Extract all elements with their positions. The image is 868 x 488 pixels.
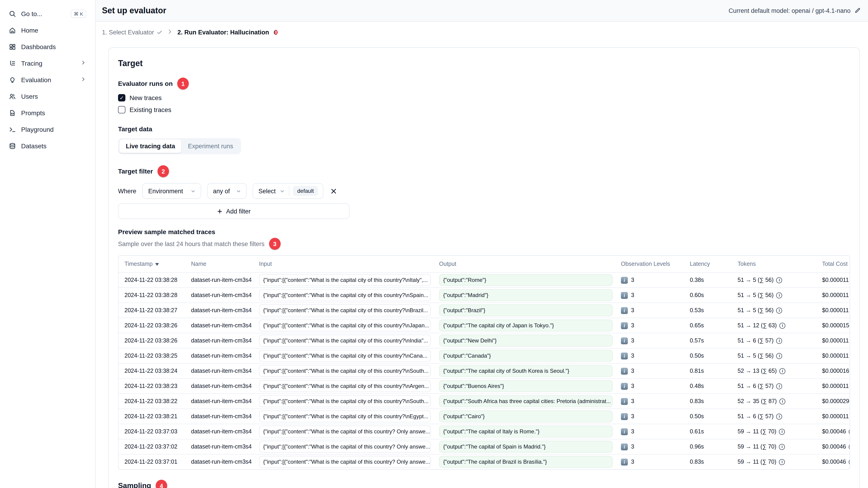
- remove-filter-button[interactable]: [329, 187, 338, 195]
- table-row[interactable]: 2024-11-22 03:38:26 dataset-run-item-cm3…: [119, 333, 850, 348]
- table-row[interactable]: 2024-11-22 03:38:21 dataset-run-item-cm3…: [119, 409, 850, 424]
- tab-experiment-runs[interactable]: Experiment runs: [182, 139, 240, 153]
- cell-output[interactable]: {"output":"South Africa has three capita…: [435, 395, 617, 407]
- breadcrumb-step-1[interactable]: 1. Select Evaluator: [102, 29, 163, 36]
- cell-input[interactable]: {"input":[{"content":"What is the capita…: [255, 426, 435, 437]
- cell-total-cost: $0.000011i: [818, 353, 850, 359]
- cell-output[interactable]: {"output":"Cairo"}: [435, 411, 617, 422]
- column-header-observation-levels[interactable]: Observation Levels: [617, 261, 686, 267]
- sidebar-item-prompts[interactable]: Prompts: [5, 105, 91, 121]
- table-row[interactable]: 2024-11-22 03:38:28 dataset-run-item-cm3…: [119, 272, 850, 287]
- info-circle-icon[interactable]: i: [776, 307, 782, 313]
- cell-input[interactable]: {"input":[{"content":"What is the capita…: [255, 335, 435, 347]
- table-row[interactable]: 2024-11-22 03:38:24 dataset-run-item-cm3…: [119, 363, 850, 378]
- table-row[interactable]: 2024-11-22 03:38:23 dataset-run-item-cm3…: [119, 378, 850, 393]
- cell-input[interactable]: {"input":[{"content":"What is the capita…: [255, 380, 435, 392]
- pencil-icon[interactable]: [854, 7, 861, 14]
- filter-operator-select[interactable]: any of: [207, 183, 247, 199]
- cell-output[interactable]: {"output":"New Delhi"}: [435, 335, 617, 347]
- table-row[interactable]: 2024-11-22 03:38:26 dataset-run-item-cm3…: [119, 318, 850, 333]
- table-row[interactable]: 2024-11-22 03:37:03 dataset-run-item-cm3…: [119, 424, 850, 439]
- info-circle-icon[interactable]: i: [780, 368, 785, 374]
- cell-input[interactable]: {"input":[{"content":"What is the capita…: [255, 441, 435, 453]
- cell-output[interactable]: {"output":"The capital city of Japan is …: [435, 320, 617, 331]
- tab-live-tracing-data[interactable]: Live tracing data: [119, 139, 182, 153]
- info-circle-icon[interactable]: i: [776, 383, 782, 389]
- table-row[interactable]: 2024-11-22 03:38:22 dataset-run-item-cm3…: [119, 393, 850, 409]
- info-circle-icon[interactable]: i: [776, 413, 782, 419]
- step-badge-4: 4: [156, 480, 167, 488]
- cell-output[interactable]: {"output":"Madrid"}: [435, 289, 617, 301]
- cell-output[interactable]: {"output":"The capital of Brazil is Bras…: [435, 456, 617, 468]
- info-circle-icon[interactable]: i: [776, 292, 782, 298]
- cell-output[interactable]: {"output":"Canada"}: [435, 350, 617, 362]
- new-traces-checkbox[interactable]: [118, 94, 125, 101]
- cell-input[interactable]: {"input":[{"content":"What is the capita…: [255, 274, 435, 286]
- sidebar-item-users[interactable]: Users: [5, 88, 91, 105]
- goto-search[interactable]: Go to... ⌘ K: [5, 5, 91, 22]
- filter-value-select[interactable]: Select default: [253, 183, 323, 199]
- info-circle-icon[interactable]: i: [849, 428, 850, 434]
- info-circle-icon[interactable]: i: [849, 444, 850, 450]
- column-header-latency[interactable]: Latency: [686, 261, 734, 267]
- filter-field-select[interactable]: Environment: [143, 183, 201, 199]
- column-header-input[interactable]: Input: [255, 261, 435, 267]
- cell-output[interactable]: {"output":"Buenos Aires"}: [435, 380, 617, 392]
- cell-observation-levels: i3: [617, 458, 686, 465]
- info-circle-icon[interactable]: i: [779, 444, 785, 450]
- cell-input[interactable]: {"input":[{"content":"What is the capita…: [255, 411, 435, 422]
- table-row[interactable]: 2024-11-22 03:38:27 dataset-run-item-cm3…: [119, 302, 850, 318]
- sidebar-item-home[interactable]: Home: [5, 22, 91, 39]
- info-circle-icon[interactable]: i: [780, 323, 785, 328]
- sidebar-item-label: Playground: [21, 126, 54, 133]
- sort-desc-icon: [155, 263, 159, 266]
- info-circle-icon[interactable]: i: [849, 459, 850, 465]
- cell-input[interactable]: {"input":[{"content":"What is the capita…: [255, 456, 435, 468]
- cell-input[interactable]: {"input":[{"content":"What is the capita…: [255, 320, 435, 331]
- column-header-name[interactable]: Name: [187, 261, 255, 267]
- column-header-timestamp[interactable]: Timestamp: [119, 261, 187, 267]
- info-circle-icon[interactable]: i: [776, 338, 782, 344]
- cell-input[interactable]: {"input":[{"content":"What is the capita…: [255, 304, 435, 316]
- column-header-output[interactable]: Output: [435, 261, 617, 267]
- info-circle-icon[interactable]: i: [779, 459, 785, 465]
- cell-tokens: 51 → 5 (∑ 56)i: [734, 353, 818, 359]
- input-json: {"input":[{"content":"What is the capita…: [259, 335, 431, 347]
- cell-name: dataset-run-item-cm3s4: [187, 337, 255, 344]
- cell-latency: 0.65s: [686, 322, 734, 329]
- cell-input[interactable]: {"input":[{"content":"What is the capita…: [255, 365, 435, 377]
- default-model-control[interactable]: Current default model: openai / gpt-4.1-…: [728, 7, 861, 14]
- column-header-total-cost[interactable]: Total Cost: [818, 261, 850, 267]
- sidebar-item-evaluation[interactable]: Evaluation: [5, 72, 91, 88]
- sidebar-item-dashboards[interactable]: Dashboards: [5, 39, 91, 55]
- cell-input[interactable]: {"input":[{"content":"What is the capita…: [255, 395, 435, 407]
- add-filter-button[interactable]: Add filter: [118, 203, 349, 219]
- cell-output[interactable]: {"output":"The capital of Spain is Madri…: [435, 441, 617, 453]
- sidebar-item-datasets[interactable]: Datasets: [5, 138, 91, 154]
- cell-input[interactable]: {"input":[{"content":"What is the capita…: [255, 289, 435, 301]
- info-circle-icon[interactable]: i: [780, 398, 785, 404]
- table-row[interactable]: 2024-11-22 03:38:25 dataset-run-item-cm3…: [119, 348, 850, 363]
- cell-input[interactable]: {"input":[{"content":"What is the capita…: [255, 350, 435, 362]
- table-row[interactable]: 2024-11-22 03:38:28 dataset-run-item-cm3…: [119, 287, 850, 302]
- info-circle-icon[interactable]: i: [776, 277, 782, 283]
- cell-output[interactable]: {"output":"Rome"}: [435, 274, 617, 286]
- cell-total-cost: $0.000016i: [818, 368, 850, 374]
- sidebar-item-tracing[interactable]: Tracing: [5, 55, 91, 72]
- cell-output[interactable]: {"output":"The capital of Italy is Rome.…: [435, 426, 617, 437]
- observation-count: 3: [631, 459, 634, 465]
- table-row[interactable]: 2024-11-22 03:37:01 dataset-run-item-cm3…: [119, 454, 850, 469]
- existing-traces-checkbox[interactable]: [118, 106, 125, 113]
- output-json: {"output":"The capital of Brazil is Bras…: [439, 456, 613, 468]
- info-badge-icon: i: [621, 322, 628, 329]
- cell-output[interactable]: {"output":"The capital city of South Kor…: [435, 365, 617, 377]
- table-row[interactable]: 2024-11-22 03:37:02 dataset-run-item-cm3…: [119, 439, 850, 454]
- column-header-tokens[interactable]: Tokens: [734, 261, 818, 267]
- input-json: {"input":[{"content":"What is the capita…: [259, 456, 431, 468]
- cell-observation-levels: i3: [617, 367, 686, 375]
- sidebar-item-playground[interactable]: Playground: [5, 121, 91, 138]
- cell-output[interactable]: {"output":"Brazil"}: [435, 304, 617, 316]
- input-json: {"input":[{"content":"What is the capita…: [259, 304, 431, 316]
- info-circle-icon[interactable]: i: [776, 353, 782, 359]
- info-circle-icon[interactable]: i: [779, 428, 785, 434]
